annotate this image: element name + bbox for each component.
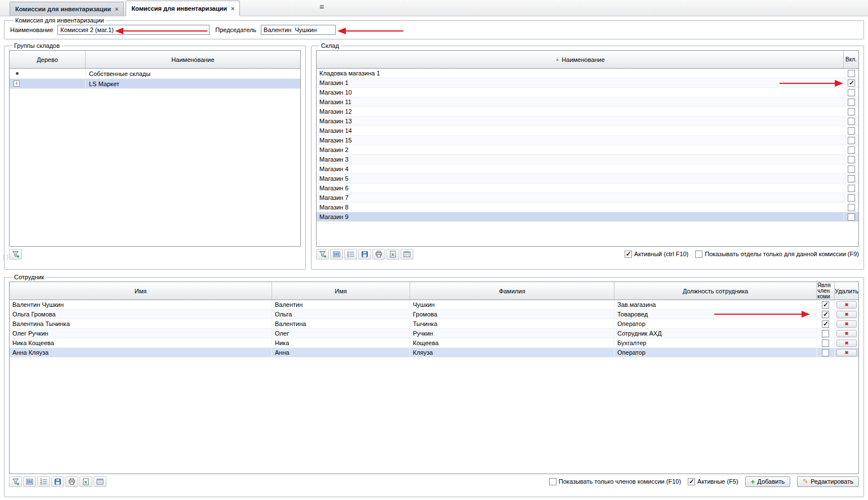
include-checkbox[interactable] [848, 89, 855, 96]
excel-button[interactable]: X [79, 476, 92, 487]
include-checkbox[interactable] [848, 194, 855, 202]
include-checkbox[interactable] [848, 213, 855, 221]
depts-filter-checkbox[interactable] [695, 251, 702, 258]
warehouse-row[interactable]: Магазин 12 [317, 107, 858, 117]
filter-button[interactable] [9, 249, 22, 260]
delete-button[interactable]: ✖ [836, 330, 857, 337]
employee-row[interactable]: Анна Кляуза Анна Кляуза Оператор ✖ [10, 348, 858, 358]
employee-row[interactable]: Ольга Громова Ольга Громова Товаровед ✖ [10, 310, 858, 319]
delete-cell: ✖ [835, 338, 858, 347]
warehouse-row[interactable]: Магазин 2 [317, 145, 858, 155]
preview-button[interactable] [94, 476, 106, 487]
include-checkbox[interactable] [848, 146, 855, 154]
include-checkbox[interactable] [848, 185, 855, 192]
preview-button[interactable] [400, 249, 413, 260]
column-header-name[interactable]: Наименование [86, 51, 300, 68]
save-button[interactable] [358, 249, 371, 260]
warehouse-row[interactable]: Магазин 4 [317, 164, 858, 174]
delete-button[interactable]: ✖ [836, 301, 857, 309]
table-body: Валентин Чушкин Валентин Чушкин Зав.мага… [10, 300, 858, 474]
delete-button[interactable]: ✖ [836, 311, 857, 318]
include-checkbox[interactable] [848, 118, 855, 125]
include-checkbox[interactable] [848, 79, 855, 87]
warehouse-row[interactable]: Магазин 8 [317, 203, 858, 212]
save-button[interactable] [51, 476, 64, 487]
member-checkbox[interactable] [822, 311, 829, 318]
column-header-warehouse-name[interactable]: ▲ Наименование [317, 51, 844, 68]
columns-button[interactable] [23, 476, 36, 487]
tree-cell[interactable]: + [10, 79, 86, 88]
warehouse-row[interactable]: Кладовка магазина 1 [317, 69, 858, 78]
splitter-handle[interactable]: ⋮⋮ [1, 255, 9, 260]
active-filter-checkbox[interactable] [625, 251, 632, 258]
members-filter-checkbox[interactable] [549, 478, 557, 485]
delete-button[interactable]: ✖ [836, 349, 857, 356]
include-checkbox[interactable] [848, 156, 855, 163]
warehouse-row[interactable]: Магазин 15 [317, 136, 858, 145]
tab-menu-icon[interactable]: ≡ [319, 3, 324, 11]
include-checkbox[interactable] [848, 99, 855, 106]
member-checkbox[interactable] [822, 320, 829, 328]
svg-text:3: 3 [41, 482, 42, 485]
excel-button[interactable]: X [386, 249, 399, 260]
tree-cell[interactable] [10, 69, 86, 78]
include-checkbox[interactable] [848, 108, 855, 115]
filter-button[interactable] [316, 249, 329, 260]
warehouse-row[interactable]: Магазин 11 [317, 97, 858, 107]
warehouse-row[interactable]: Магазин 6 [317, 184, 858, 193]
member-checkbox[interactable] [822, 349, 829, 356]
tree-expand-icon[interactable]: + [14, 81, 20, 87]
warehouse-name-cell: Магазин 1 [317, 79, 844, 86]
column-header-last-name[interactable]: Фамилия [410, 282, 615, 300]
warehouse-row[interactable]: Магазин 9 [317, 212, 858, 222]
include-checkbox[interactable] [848, 175, 855, 182]
include-checkbox[interactable] [848, 127, 855, 135]
warehouse-row[interactable]: Магазин 3 [317, 155, 858, 164]
include-checkbox[interactable] [848, 70, 855, 77]
employee-row[interactable]: Валентин Чушкин Валентин Чушкин Зав.мага… [10, 300, 858, 310]
column-header-position[interactable]: Должность сотрудника [615, 282, 817, 300]
column-header-tree[interactable]: Дерево [10, 51, 86, 68]
columns-button[interactable] [330, 249, 343, 260]
delete-button[interactable]: ✖ [836, 340, 857, 347]
employee-row[interactable]: Олег Ручкин Олег Ручкин Сотрудник АХД ✖ [10, 329, 858, 338]
column-header-full-name[interactable]: Имя [10, 282, 272, 300]
table-header: ▲ Наименование Вкл. [317, 51, 858, 69]
chairman-input[interactable] [261, 25, 336, 35]
column-header-first-name[interactable]: Имя [272, 282, 410, 300]
member-checkbox[interactable] [822, 340, 829, 347]
warehouse-row[interactable]: Магазин 10 [317, 88, 858, 97]
employee-row[interactable]: Ника Кощеева Ника Кощеева Бухгалтер ✖ [10, 338, 858, 348]
filter-button[interactable] [9, 476, 22, 487]
warehouse-row[interactable]: Магазин 1 [317, 78, 858, 88]
include-checkbox[interactable] [848, 137, 855, 144]
print-button[interactable] [65, 476, 78, 487]
tab-commissions-list[interactable]: Комиссии для инвентаризации × [10, 2, 124, 16]
close-icon[interactable]: × [115, 6, 118, 12]
close-icon[interactable]: × [231, 5, 234, 12]
warehouse-row[interactable]: Магазин 7 [317, 193, 858, 203]
include-checkbox[interactable] [848, 204, 855, 211]
group-row[interactable]: Собственные склады [10, 69, 300, 79]
warehouse-row[interactable]: Магазин 5 [317, 174, 858, 184]
include-checkbox[interactable] [848, 166, 855, 173]
employee-row[interactable]: Валентина Тычинка Валентина Тычинка Опер… [10, 319, 858, 329]
numbered-list-button[interactable]: 123 [37, 476, 50, 487]
add-employee-button[interactable]: + Добавить [745, 476, 790, 487]
tab-commission-card[interactable]: Комиссия для инвентаризации × [126, 1, 240, 16]
group-row[interactable]: + LS Маркет [10, 79, 300, 89]
column-header-member[interactable]: Явля член коми [817, 282, 835, 300]
edit-employee-button[interactable]: ✎ Редактировать [797, 476, 859, 487]
member-checkbox[interactable] [822, 301, 829, 309]
column-header-delete[interactable]: Удалить [835, 282, 858, 300]
warehouse-name-cell: Магазин 5 [317, 175, 844, 182]
warehouse-row[interactable]: Магазин 13 [317, 117, 858, 126]
warehouse-row[interactable]: Магазин 14 [317, 126, 858, 136]
numbered-list-button[interactable]: 123 [344, 249, 357, 260]
member-checkbox[interactable] [822, 330, 829, 337]
delete-button[interactable]: ✖ [836, 320, 857, 328]
active-employees-checkbox[interactable] [688, 478, 695, 485]
print-button[interactable] [372, 249, 385, 260]
column-header-include[interactable]: Вкл. [844, 51, 858, 68]
commission-name-input[interactable] [57, 25, 210, 35]
